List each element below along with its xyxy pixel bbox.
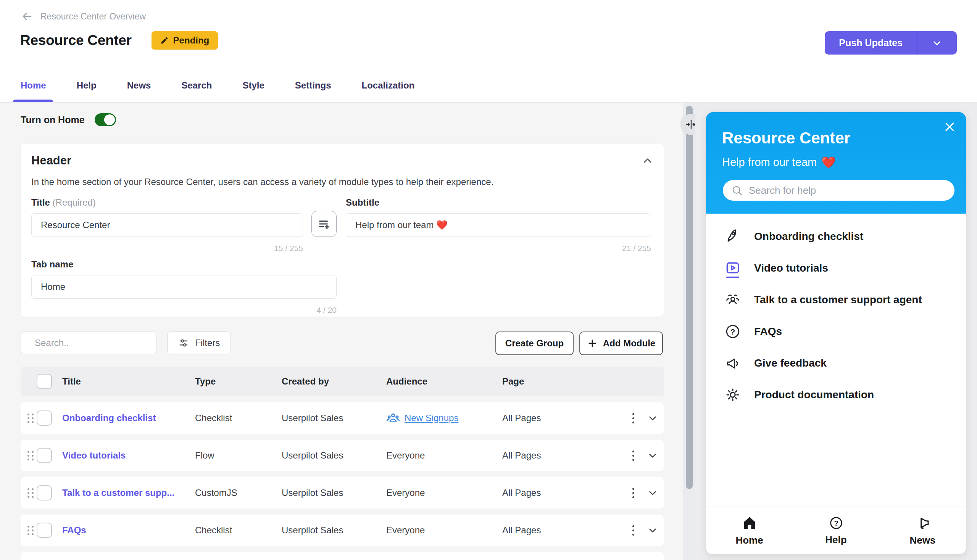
list-item[interactable]: ? FAQs: [723, 315, 966, 347]
row-checkbox[interactable]: [37, 448, 52, 463]
module-title-link[interactable]: Onboarding checklist: [62, 413, 195, 423]
list-item[interactable]: Talk to a customer support agent: [723, 284, 966, 315]
row-menu-icon[interactable]: [629, 413, 637, 423]
drag-handle-icon[interactable]: [27, 413, 33, 423]
status-badge[interactable]: Pending: [152, 31, 218, 50]
subtitle-char-counter: 21 / 255: [346, 244, 651, 253]
list-add-icon: [317, 217, 331, 230]
nav-home-label[interactable]: Home: [735, 535, 763, 546]
list-item-label[interactable]: Product documentation: [754, 389, 874, 401]
row-expand-chevron-icon[interactable]: [647, 450, 664, 461]
filters-button[interactable]: Filters: [167, 332, 231, 354]
list-item-label[interactable]: Give feedback: [754, 357, 827, 369]
module-search-input[interactable]: [35, 338, 153, 348]
tab-name-input[interactable]: [31, 275, 337, 299]
preview-bottom-nav: Home ? Help News: [706, 507, 966, 554]
row-checkbox[interactable]: [37, 523, 52, 538]
drag-handle-icon[interactable]: [27, 526, 33, 535]
module-title-link[interactable]: FAQs: [62, 525, 195, 536]
nav-news[interactable]: News: [879, 507, 966, 554]
row-expand-chevron-icon[interactable]: [647, 412, 664, 424]
row-menu-icon[interactable]: [629, 525, 637, 536]
drag-handle-icon[interactable]: [27, 451, 33, 460]
breadcrumb-label[interactable]: Resource Center Overview: [40, 12, 146, 22]
collapse-card-button[interactable]: [641, 155, 654, 167]
breadcrumb[interactable]: Resource Center Overview: [21, 10, 146, 23]
rocket-icon: [723, 227, 742, 246]
preview-title: Resource Center: [722, 129, 850, 147]
list-item[interactable]: Onboarding checklist: [723, 220, 966, 252]
push-updates-button[interactable]: Push Updates: [825, 31, 917, 55]
close-button[interactable]: [944, 120, 956, 133]
list-item[interactable]: Give feedback: [723, 347, 966, 379]
subtitle-input[interactable]: [346, 213, 651, 237]
list-item-label[interactable]: Talk to a customer support agent: [754, 294, 922, 306]
tab-bar: Home Help News Search Style Settings Loc…: [21, 80, 414, 102]
module-type: Checklist: [195, 413, 282, 423]
module-title-link[interactable]: Video tutorials: [62, 450, 195, 461]
tab-news[interactable]: News: [127, 80, 151, 102]
svg-text:?: ?: [730, 327, 735, 336]
audience-link-label[interactable]: New Signups: [404, 413, 458, 423]
row-checkbox[interactable]: [37, 410, 52, 426]
svg-text:?: ?: [834, 519, 838, 527]
list-item[interactable]: Product documentation: [723, 379, 966, 410]
tab-style[interactable]: Style: [242, 80, 264, 102]
pane-divider: [683, 103, 695, 560]
scrollbar-thumb[interactable]: [686, 106, 693, 489]
column-page: Page: [502, 376, 613, 387]
table-row: FAQs Checklist Userpilot Sales Everyone …: [21, 515, 664, 546]
gear-icon: [723, 386, 742, 404]
tab-home[interactable]: Home: [21, 80, 46, 102]
select-all-checkbox[interactable]: [37, 374, 52, 389]
preview-search-input[interactable]: [749, 185, 946, 197]
module-type: Checklist: [195, 525, 282, 536]
list-item-label[interactable]: Onboarding checklist: [754, 230, 863, 243]
tab-localization[interactable]: Localization: [362, 80, 415, 102]
nav-news-label[interactable]: News: [910, 535, 936, 546]
list-item[interactable]: Video tutorials: [723, 252, 966, 284]
nav-help-label[interactable]: Help: [825, 534, 847, 546]
table-row: Onboarding checklist Checklist Userpilot…: [21, 402, 664, 434]
tab-search[interactable]: Search: [181, 80, 212, 102]
row-menu-icon[interactable]: [629, 450, 637, 461]
insert-variable-button[interactable]: [311, 211, 337, 237]
module-title-link[interactable]: Talk to a customer supp...: [62, 488, 195, 498]
drag-handle-icon[interactable]: [27, 488, 33, 498]
add-module-button[interactable]: Add Module: [580, 332, 663, 355]
list-item-label[interactable]: Video tutorials: [754, 262, 828, 274]
subtitle-label-text: Subtitle: [346, 197, 379, 208]
module-created-by: Userpilot Sales: [282, 450, 386, 461]
pencil-icon: [160, 36, 169, 45]
back-arrow-icon[interactable]: [21, 10, 33, 23]
title-field-label: Title (Required): [31, 197, 96, 208]
row-menu-icon[interactable]: [629, 488, 637, 498]
table-row: [21, 552, 664, 560]
row-checkbox[interactable]: [37, 485, 52, 500]
home-icon: [742, 515, 758, 531]
module-page: All Pages: [502, 413, 613, 423]
title-input[interactable]: [31, 213, 303, 237]
question-circle-icon: ?: [723, 322, 742, 341]
tab-name-label-text: Tab name: [31, 259, 73, 269]
column-title: Title: [62, 376, 195, 387]
list-item-label[interactable]: FAQs: [754, 325, 782, 338]
push-updates-label: Push Updates: [839, 37, 903, 48]
push-updates-dropdown-button[interactable]: [917, 31, 957, 55]
row-expand-chevron-icon[interactable]: [647, 525, 664, 536]
create-group-button[interactable]: Create Group: [495, 332, 574, 355]
home-editor-pane: Turn on Home Header In the home section …: [0, 103, 683, 560]
home-toggle[interactable]: [95, 113, 116, 126]
header-card-description: In the home section of your Resource Cen…: [31, 177, 493, 187]
status-badge-label: Pending: [173, 35, 209, 46]
required-hint: (Required): [53, 197, 96, 208]
tab-settings[interactable]: Settings: [295, 80, 331, 102]
title-row: Resource Center Pending: [20, 31, 218, 50]
tab-help[interactable]: Help: [77, 80, 97, 102]
row-expand-chevron-icon[interactable]: [647, 487, 664, 498]
resource-center-preview: Resource Center Help from our team ❤️ On…: [706, 112, 966, 554]
nav-help[interactable]: ? Help: [793, 507, 879, 554]
audience-link[interactable]: New Signups: [386, 412, 502, 424]
nav-home[interactable]: Home: [706, 507, 793, 554]
module-created-by: Userpilot Sales: [282, 488, 386, 498]
